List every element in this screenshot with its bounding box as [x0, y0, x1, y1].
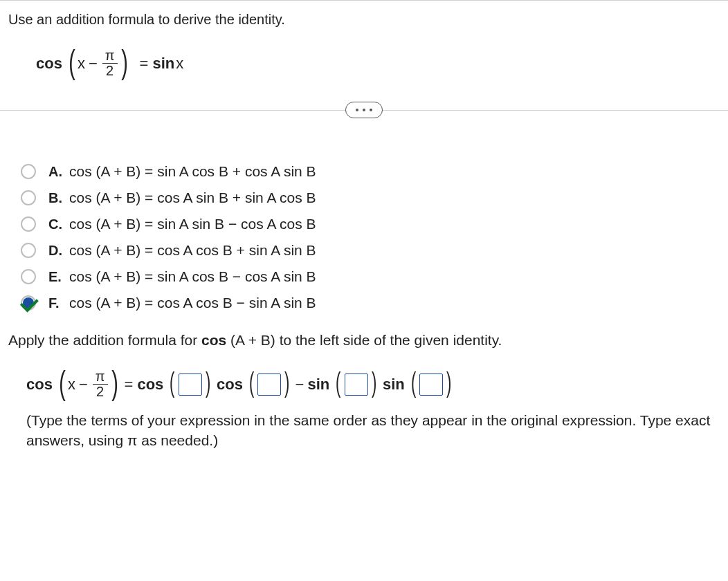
option-letter: D. [48, 243, 69, 259]
apply-text-2: (A + B) to the left side of the given id… [226, 332, 502, 348]
radio-c[interactable] [21, 216, 36, 232]
apply-instruction: Apply the addition formula for cos (A + … [8, 332, 720, 349]
option-b[interactable]: B. cos (A + B) = cos A sin B + sin A cos… [21, 190, 720, 206]
var-x: x [68, 376, 75, 394]
radio-a[interactable] [21, 164, 36, 179]
sin-term: sin [383, 376, 405, 394]
sin-term: sin [307, 376, 329, 394]
apply-text-1: Apply the addition formula for [8, 332, 201, 348]
option-a[interactable]: A. cos (A + B) = sin A cos B + cos A sin… [21, 163, 720, 180]
cos-label: cos [26, 376, 53, 394]
option-letter: E. [48, 269, 69, 285]
radio-d[interactable] [21, 243, 36, 258]
option-letter: C. [48, 216, 69, 232]
identity-equation: cos ( x − π 2 ) = sin x [36, 44, 720, 82]
option-formula: cos (A + B) = sin A sin B − cos A cos B [69, 216, 316, 232]
lparen-icon: ( [336, 367, 340, 398]
option-formula: cos (A + B) = sin A cos B + cos A sin B [69, 163, 316, 180]
option-letter: F. [48, 295, 69, 311]
denominator: 2 [103, 64, 116, 78]
answer-input-3[interactable] [345, 374, 368, 396]
cos-label: cos [36, 55, 62, 73]
option-f[interactable]: F. cos (A + B) = cos A cos B − sin A sin… [21, 295, 720, 311]
option-letter: A. [48, 164, 69, 180]
sin-label: sin [152, 55, 174, 73]
option-d[interactable]: D. cos (A + B) = cos A cos B + sin A sin… [21, 242, 720, 259]
option-e[interactable]: E. cos (A + B) = sin A cos B − cos A sin… [21, 268, 720, 285]
rparen-icon: ) [284, 367, 289, 398]
rparen-icon: ) [121, 43, 128, 81]
var-x-rhs: x [176, 55, 183, 73]
equals: = [125, 376, 134, 394]
rparen-icon: ) [206, 367, 210, 398]
lparen-icon: ( [411, 367, 416, 398]
denominator: 2 [93, 385, 107, 399]
numerator: π [93, 369, 108, 385]
lparen-icon: ( [59, 364, 66, 402]
answer-options: A. cos (A + B) = sin A cos B + cos A sin… [21, 163, 720, 311]
minus-op: − [79, 376, 88, 394]
radio-f[interactable] [21, 295, 36, 311]
expand-button[interactable] [345, 102, 383, 118]
dot-icon [363, 109, 365, 111]
rparen-icon: ) [446, 367, 451, 398]
answer-hint: (Type the terms of your expression in th… [26, 410, 720, 451]
dot-icon [370, 109, 372, 111]
rparen-icon: ) [372, 367, 376, 398]
radio-b[interactable] [21, 190, 36, 205]
minus-op: − [89, 55, 98, 73]
rparen-icon: ) [111, 364, 118, 402]
answer-input-2[interactable] [257, 374, 281, 396]
equals: = [140, 55, 149, 73]
cos-term: cos [217, 376, 243, 394]
dot-icon [356, 109, 358, 111]
var-x: x [78, 55, 85, 73]
spacer: . [8, 138, 720, 163]
option-formula: cos (A + B) = sin A cos B − cos A sin B [69, 268, 316, 285]
fraction-pi-over-2: π 2 [93, 369, 108, 399]
option-c[interactable]: C. cos (A + B) = sin A sin B − cos A cos… [21, 216, 720, 232]
lparen-icon: ( [249, 367, 254, 398]
lparen-icon: ( [170, 367, 174, 398]
minus-op: − [295, 376, 304, 394]
option-letter: B. [48, 190, 69, 206]
option-formula: cos (A + B) = cos A cos B + sin A sin B [69, 242, 316, 259]
option-formula: cos (A + B) = cos A sin B + sin A cos B [69, 190, 316, 206]
numerator: π [102, 48, 118, 64]
option-formula: cos (A + B) = cos A cos B − sin A sin B [69, 295, 316, 311]
question-prompt: Use an addition formula to derive the id… [8, 12, 720, 28]
substitution-equation: cos ( x − π 2 ) = cos ( ) cos ( ) − sin … [26, 365, 720, 403]
lparen-icon: ( [69, 43, 75, 81]
fraction-pi-over-2: π 2 [102, 48, 118, 78]
radio-e[interactable] [21, 269, 36, 284]
cos-term: cos [137, 376, 163, 394]
answer-input-4[interactable] [419, 374, 443, 396]
answer-input-1[interactable] [179, 374, 202, 396]
question-container: Use an addition formula to derive the id… [0, 0, 728, 459]
cos-bold: cos [201, 332, 226, 348]
section-divider [0, 110, 728, 111]
